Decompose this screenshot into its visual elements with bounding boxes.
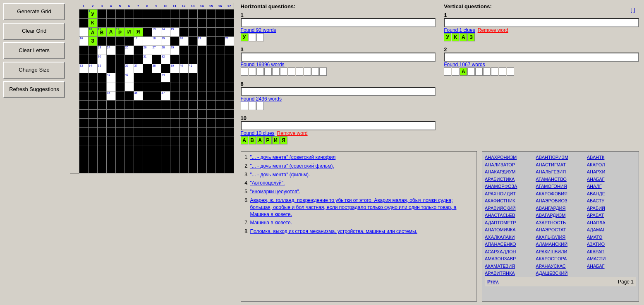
word-item[interactable]: АГАМОГОНИЯ [536, 183, 585, 190]
grid-cell[interactable] [124, 55, 134, 64]
grid-cell[interactable] [115, 55, 124, 64]
grid-cell[interactable] [197, 46, 206, 55]
grid-cell[interactable] [79, 55, 88, 64]
grid-cell[interactable] [88, 127, 97, 137]
grid-cell[interactable] [225, 127, 234, 137]
grid-cell[interactable] [134, 18, 143, 27]
refresh-suggestions-button[interactable]: Refresh Suggestions [3, 81, 65, 98]
grid-cell[interactable] [143, 118, 152, 127]
grid-cell[interactable] [188, 137, 197, 146]
grid-cell[interactable] [179, 155, 188, 164]
grid-cell[interactable]: 37 [134, 64, 143, 73]
grid-cell[interactable] [206, 137, 215, 146]
grid-cell[interactable] [143, 127, 152, 137]
definition-link[interactable]: Машина в кювете. [250, 220, 292, 226]
grid-cell[interactable] [161, 127, 170, 137]
h-input-10[interactable] [241, 121, 436, 130]
grid-cell[interactable] [79, 137, 88, 146]
grid-cell[interactable] [225, 82, 234, 91]
grid-cell[interactable]: 45 [106, 91, 115, 100]
grid-cell[interactable] [124, 91, 134, 100]
grid-cell[interactable] [225, 146, 234, 155]
grid-cell[interactable] [88, 46, 97, 55]
grid-cell[interactable] [225, 27, 234, 36]
word-item[interactable]: АРАБИЙ [587, 205, 636, 212]
change-size-button[interactable]: Change Size [3, 62, 65, 79]
definition-link[interactable]: "... - дочь мента" (советский кинофил [250, 154, 336, 160]
letter-cell[interactable] [272, 67, 280, 76]
grid-cell[interactable] [161, 118, 170, 127]
grid-cell[interactable] [206, 164, 215, 173]
letter-cell[interactable]: А [256, 136, 264, 144]
grid-cell[interactable] [106, 164, 115, 173]
clear-letters-button[interactable]: Clear Letters [3, 42, 65, 59]
grid-cell[interactable] [225, 46, 234, 55]
grid-cell[interactable]: 18 [152, 36, 161, 46]
grid-cell[interactable] [215, 164, 225, 173]
grid-cell[interactable]: З [88, 36, 97, 46]
h-input-3[interactable] [241, 53, 436, 62]
letter-cell[interactable]: З [467, 33, 475, 41]
grid-cell[interactable] [106, 118, 115, 127]
word-item[interactable]: АВАНТЮРИЗМ [536, 154, 585, 161]
word-item[interactable]: АБАСТУ [587, 197, 636, 204]
grid-cell[interactable] [124, 164, 134, 173]
word-item[interactable]: АЛАМАНСКИЙ [536, 241, 585, 248]
h-input-1[interactable] [241, 18, 436, 27]
grid-cell[interactable] [106, 155, 115, 164]
letter-cell[interactable] [256, 33, 264, 41]
letter-cell[interactable] [249, 33, 256, 41]
definition-link[interactable]: Поломка, выход из строя механизма, устро… [250, 228, 417, 234]
grid-cell[interactable] [152, 109, 161, 118]
letter-cell[interactable] [280, 67, 287, 76]
grid-cell[interactable] [143, 109, 152, 118]
letter-cell[interactable]: А [241, 136, 248, 144]
grid-cell[interactable] [170, 146, 179, 155]
word-item[interactable]: АКАРОФОБИЯ [536, 190, 585, 197]
grid-cell[interactable] [170, 73, 179, 82]
grid-cell[interactable] [88, 137, 97, 146]
grid-cell[interactable] [152, 146, 161, 155]
grid-cell[interactable] [197, 127, 206, 137]
v-remove-1[interactable]: Remove word [478, 27, 508, 33]
grid-cell[interactable] [152, 91, 161, 100]
grid-cell[interactable] [206, 46, 215, 55]
grid-cell[interactable] [115, 46, 124, 55]
letter-cell[interactable] [288, 67, 295, 76]
grid-cell[interactable] [97, 118, 106, 127]
grid-cell[interactable] [97, 18, 106, 27]
grid-cell[interactable]: 17 [134, 36, 143, 46]
letter-cell[interactable] [475, 67, 483, 76]
word-item[interactable]: АВАНДЕ [587, 190, 636, 197]
grid-cell[interactable] [115, 18, 124, 27]
grid-cell[interactable] [79, 73, 88, 82]
word-item[interactable]: АХАЛКАЛАКИ [485, 234, 534, 241]
word-item[interactable]: АКАМАТЕЗИЯ [485, 263, 534, 270]
grid-cell[interactable] [179, 18, 188, 27]
grid-cell[interactable] [115, 164, 124, 173]
grid-cell[interactable] [215, 36, 225, 46]
grid-cell[interactable] [115, 137, 124, 146]
generate-grid-button[interactable]: Generate Grid [3, 3, 65, 20]
grid-cell[interactable] [106, 55, 115, 64]
grid-cell[interactable] [215, 109, 225, 118]
grid-cell[interactable]: 24 [106, 46, 115, 55]
grid-cell[interactable] [97, 127, 106, 137]
grid-cell[interactable] [188, 100, 197, 109]
grid-cell[interactable]: 19 [161, 36, 170, 46]
grid-cell[interactable] [170, 127, 179, 137]
grid-cell[interactable] [188, 155, 197, 164]
grid-cell[interactable] [143, 36, 152, 46]
grid-cell[interactable] [188, 36, 197, 46]
word-item[interactable]: АНАТОМИЧКА [485, 226, 534, 233]
grid-cell[interactable] [97, 9, 106, 18]
word-item[interactable]: АРАХНОИДИТ [485, 190, 534, 197]
letter-cell[interactable]: У [241, 33, 248, 41]
grid-cell[interactable] [188, 127, 197, 137]
word-item[interactable]: АВАНГАРДИЯ [536, 205, 585, 212]
grid-cell[interactable]: Я [134, 27, 143, 36]
word-item[interactable]: АМАТО [587, 234, 636, 241]
grid-cell[interactable]: 16 [79, 36, 88, 46]
grid-cell[interactable] [143, 64, 152, 73]
word-item[interactable]: АНАЛГ [587, 183, 636, 190]
